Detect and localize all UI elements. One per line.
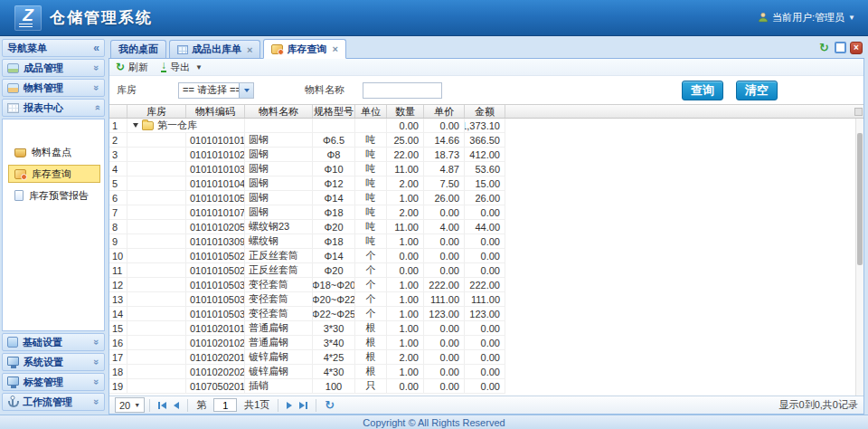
chevron-icon[interactable]: » [91,399,102,405]
chevron-icon[interactable]: » [91,85,102,91]
material-name-input[interactable] [363,82,442,99]
cell-material-code: 010101050204 [186,263,245,277]
sidebar-panel[interactable]: 系统设置 » [2,353,105,371]
table-row[interactable]: 19 0107050201 插销 100 只 0.00 0.00 0.00 [109,379,505,394]
cell-warehouse [127,321,186,335]
sidebar-panel[interactable]: 工作流管理 » [2,393,105,411]
table-row[interactable]: 14 010101050303 变径套筒 Φ22~Φ25 个 1.00 123.… [109,307,505,321]
column-header[interactable]: 物料名称 [245,105,313,118]
table-row[interactable]: 13 010101050302 变径套筒 Φ20~Φ22 个 1.00 111.… [109,292,505,307]
cell-amount: 44.00 [465,220,505,234]
clear-button[interactable]: 清空 [736,81,778,100]
tab-close-icon[interactable]: × [332,43,337,54]
cell-unit: 吨 [355,133,387,147]
chevron-icon[interactable]: » [91,65,102,71]
column-header[interactable]: 单位 [355,105,387,118]
page-number-input[interactable] [213,398,237,412]
sidebar-item-label: 库存查询 [32,167,71,181]
table-row[interactable]: 11 010101050204 正反丝套筒 Φ20 个 0.00 0.00 0.… [109,263,505,278]
cell-warehouse [127,263,186,277]
logo-letter: Z [23,5,33,25]
cell-warehouse [127,205,186,219]
page-size-select[interactable]: 20 ▼ [115,397,145,413]
tab[interactable]: 库存查询 × [263,39,345,59]
workflow-management-icon [7,396,18,407]
close-icon[interactable]: × [850,42,863,54]
chevron-icon[interactable]: » [91,359,102,365]
chevron-icon[interactable]: » [91,379,102,385]
export-caret-icon[interactable]: ▼ [195,63,203,72]
cell-warehouse [127,307,186,320]
vertical-scrollbar[interactable] [855,119,863,396]
table-row[interactable]: 9 0101010309 螺纹钢 Φ18 吨 1.00 0.00 0.00 [109,234,505,249]
chevron-icon[interactable]: » [91,339,102,345]
column-header[interactable]: 单价 [424,105,465,118]
table-row[interactable]: 4 0101010103 圆钢 Φ10 吨 11.00 4.87 53.60 [109,162,505,176]
sidebar-panel[interactable]: 报表中心 » [2,99,105,117]
cell-amount: 26.00 [465,191,505,205]
first-page-button[interactable] [155,402,170,409]
table-row[interactable]: 15 0101020101 普通扁钢 3*30 根 1.00 0.00 0.00 [109,321,505,336]
chevron-icon[interactable]: » [91,105,102,110]
cell-amount: 111.00 [465,292,505,306]
table-row[interactable]: 2 0101010101 圆钢 Φ6.5 吨 25.00 14.66 366.5… [109,133,505,148]
cell-quantity: 0.00 [387,249,424,262]
tree-node-warehouse[interactable]: 第一仓库 [127,119,245,132]
sidebar-item[interactable]: 库存查询 [8,165,100,183]
sidebar-panel[interactable]: 基础设置 » [2,333,105,351]
sidebar-item-label: 物料盘点 [32,146,71,159]
paging-refresh-icon[interactable]: ↻ [321,398,338,412]
warehouse-select[interactable]: == 请选择 == [178,82,254,99]
cell-quantity: 1.00 [387,307,424,320]
sidebar-item[interactable]: 物料盘点 [8,143,100,161]
tab-close-icon[interactable]: × [247,44,252,55]
prev-page-button[interactable] [170,402,183,409]
cell-material-name: 圆钢 [245,176,313,190]
table-row[interactable]: 7 0101010107 圆钢 Φ18 吨 2.00 0.00 0.00 [109,205,505,220]
row-number: 7 [109,205,127,219]
tree-expand-icon[interactable] [133,123,138,128]
table-row[interactable]: 17 0101020201 镀锌扁钢 4*25 根 2.00 0.00 0.00 [109,350,505,365]
column-header[interactable]: 库房 [127,105,186,118]
next-page-button[interactable] [283,402,296,409]
refresh-button[interactable]: ↻ 刷新 [116,61,148,74]
table-row[interactable]: 5 0101010104 圆钢 Φ12 吨 2.00 7.50 15.00 [109,176,505,191]
cell-material-name: 插销 [245,379,313,393]
cell-material-code: 0101010103 [186,162,245,176]
tab[interactable]: 我的桌面 [110,40,166,58]
group-row[interactable]: 1 第一仓库 0.00 0.00 1,373.10 [109,119,505,133]
scrollbar-thumb[interactable] [857,133,863,265]
cell-unit-price: 18.73 [424,148,465,161]
combo-arrow-icon[interactable] [239,83,253,98]
cell-material-code: 0101020202 [186,365,245,378]
sidebar-panel-label: 物料管理 [24,81,90,95]
row-number: 12 [109,278,127,291]
column-header[interactable]: 金额 [465,105,505,118]
sidebar-item[interactable]: 库存预警报告 [8,186,100,205]
column-menu-icon[interactable] [854,108,863,116]
table-row[interactable]: 18 0101020202 镀锌扁钢 4*30 根 1.00 0.00 0.00 [109,365,505,379]
table-row[interactable]: 8 0101010205 螺纹钢23 Φ20 吨 11.00 4.00 44.0… [109,220,505,234]
row-number: 10 [109,249,127,262]
table-row[interactable]: 16 0101020102 普通扁钢 3*40 根 1.00 0.00 0.00 [109,336,505,350]
tab[interactable]: 成品出库单 × [169,40,260,58]
tabbar-refresh-icon[interactable]: ↻ [817,41,831,54]
table-row[interactable]: 6 0101010105 圆钢 Φ14 吨 1.00 26.00 26.00 [109,191,505,205]
column-header[interactable]: 规格型号 [313,105,355,118]
sidebar-panel[interactable]: 成品管理 » [2,59,105,77]
search-button[interactable]: 查询 [682,81,723,100]
last-page-button[interactable] [296,402,311,409]
page-size-value: 20 [119,400,130,411]
export-button[interactable]: ↓ 导出 ▼ [161,61,203,74]
sidebar-panel[interactable]: 物料管理 » [2,79,105,97]
sidebar-panel[interactable]: 标签管理 » [2,373,105,391]
table-row[interactable]: 10 010101050201 正反丝套筒 Φ14 个 0.00 0.00 0.… [109,249,505,263]
column-header[interactable]: 物料编码 [186,105,245,118]
column-header[interactable]: 数量 [387,105,424,118]
cell-unit-price: 0.00 [424,205,465,219]
table-row[interactable]: 3 0101010102 圆钢 Φ8 吨 22.00 18.73 412.00 [109,148,505,162]
maximize-icon[interactable] [835,42,846,53]
user-menu[interactable]: 当前用户:管理员 ▼ [758,11,855,24]
table-row[interactable]: 12 010101050301 变径套筒 Φ18~Φ20 个 1.00 222.… [109,278,505,292]
collapse-sidebar-icon[interactable]: « [93,42,99,54]
